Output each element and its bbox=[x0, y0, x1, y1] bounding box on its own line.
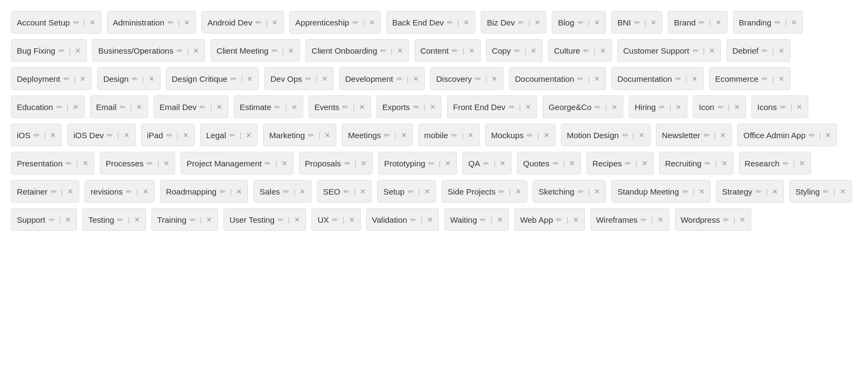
tag-remove-button[interactable]: ✕ bbox=[531, 47, 537, 55]
tag-remove-button[interactable]: ✕ bbox=[739, 216, 745, 224]
tag-edit-button[interactable]: ✏ bbox=[699, 18, 705, 27]
tag-remove-button[interactable]: ✕ bbox=[642, 159, 648, 167]
tag-edit-button[interactable]: ✏ bbox=[344, 159, 350, 167]
tag-remove-button[interactable]: ✕ bbox=[569, 159, 575, 167]
tag-edit-button[interactable]: ✏ bbox=[527, 131, 533, 139]
tag-remove-button[interactable]: ✕ bbox=[791, 18, 797, 27]
tag-edit-button[interactable]: ✏ bbox=[775, 18, 781, 27]
tag-edit-button[interactable]: ✏ bbox=[634, 18, 640, 27]
tag-edit-button[interactable]: ✏ bbox=[499, 188, 505, 196]
tag-edit-button[interactable]: ✏ bbox=[780, 103, 786, 111]
tag-edit-button[interactable]: ✏ bbox=[256, 18, 261, 27]
tag-remove-button[interactable]: ✕ bbox=[149, 75, 155, 83]
tag-edit-button[interactable]: ✏ bbox=[756, 188, 762, 196]
tag-edit-button[interactable]: ✏ bbox=[63, 75, 69, 83]
tag-edit-button[interactable]: ✏ bbox=[514, 47, 520, 55]
tag-remove-button[interactable]: ✕ bbox=[534, 18, 540, 27]
tag-remove-button[interactable]: ✕ bbox=[675, 103, 681, 111]
tag-remove-button[interactable]: ✕ bbox=[430, 103, 436, 111]
tag-remove-button[interactable]: ✕ bbox=[397, 47, 403, 55]
tag-edit-button[interactable]: ✏ bbox=[220, 188, 226, 196]
tag-remove-button[interactable]: ✕ bbox=[778, 47, 784, 55]
tag-edit-button[interactable]: ✏ bbox=[73, 18, 79, 27]
tag-edit-button[interactable]: ✏ bbox=[809, 131, 815, 139]
tag-remove-button[interactable]: ✕ bbox=[50, 131, 56, 139]
tag-remove-button[interactable]: ✕ bbox=[594, 75, 600, 83]
tag-edit-button[interactable]: ✏ bbox=[283, 188, 289, 196]
tag-edit-button[interactable]: ✏ bbox=[126, 188, 132, 196]
tag-remove-button[interactable]: ✕ bbox=[445, 159, 451, 167]
tag-edit-button[interactable]: ✏ bbox=[408, 188, 414, 196]
tag-remove-button[interactable]: ✕ bbox=[840, 188, 846, 196]
tag-remove-button[interactable]: ✕ bbox=[515, 188, 521, 196]
tag-remove-button[interactable]: ✕ bbox=[67, 188, 73, 196]
tag-edit-button[interactable]: ✏ bbox=[147, 159, 153, 167]
tag-edit-button[interactable]: ✏ bbox=[275, 103, 280, 111]
tag-remove-button[interactable]: ✕ bbox=[163, 159, 169, 167]
tag-edit-button[interactable]: ✏ bbox=[177, 47, 183, 55]
tag-edit-button[interactable]: ✏ bbox=[447, 18, 453, 27]
tag-edit-button[interactable]: ✏ bbox=[723, 216, 729, 224]
tag-remove-button[interactable]: ✕ bbox=[247, 75, 253, 83]
tag-edit-button[interactable]: ✏ bbox=[107, 131, 113, 139]
tag-edit-button[interactable]: ✏ bbox=[132, 75, 138, 83]
tag-remove-button[interactable]: ✕ bbox=[709, 47, 715, 55]
tag-remove-button[interactable]: ✕ bbox=[492, 75, 497, 83]
tag-edit-button[interactable]: ✏ bbox=[120, 103, 126, 111]
tag-edit-button[interactable]: ✏ bbox=[59, 47, 65, 55]
tag-remove-button[interactable]: ✕ bbox=[734, 103, 740, 111]
tag-remove-button[interactable]: ✕ bbox=[143, 188, 149, 196]
tag-remove-button[interactable]: ✕ bbox=[359, 103, 365, 111]
tag-edit-button[interactable]: ✏ bbox=[659, 103, 665, 111]
tag-remove-button[interactable]: ✕ bbox=[322, 75, 328, 83]
tag-remove-button[interactable]: ✕ bbox=[463, 18, 469, 27]
tag-edit-button[interactable]: ✏ bbox=[229, 131, 235, 139]
tag-remove-button[interactable]: ✕ bbox=[427, 216, 433, 224]
tag-remove-button[interactable]: ✕ bbox=[206, 216, 212, 224]
tag-remove-button[interactable]: ✕ bbox=[80, 75, 86, 83]
tag-remove-button[interactable]: ✕ bbox=[360, 188, 366, 196]
tag-remove-button[interactable]: ✕ bbox=[544, 131, 550, 139]
tag-remove-button[interactable]: ✕ bbox=[594, 188, 600, 196]
tag-edit-button[interactable]: ✏ bbox=[413, 103, 419, 111]
tag-edit-button[interactable]: ✏ bbox=[353, 18, 359, 27]
tag-remove-button[interactable]: ✕ bbox=[349, 216, 355, 224]
tag-edit-button[interactable]: ✏ bbox=[168, 18, 174, 27]
tag-edit-button[interactable]: ✏ bbox=[718, 103, 724, 111]
tag-remove-button[interactable]: ✕ bbox=[183, 131, 189, 139]
tag-edit-button[interactable]: ✏ bbox=[641, 216, 647, 224]
tag-edit-button[interactable]: ✏ bbox=[577, 75, 583, 83]
tag-edit-button[interactable]: ✏ bbox=[518, 18, 524, 27]
tag-edit-button[interactable]: ✏ bbox=[509, 103, 515, 111]
tag-remove-button[interactable]: ✕ bbox=[778, 75, 784, 83]
tag-remove-button[interactable]: ✕ bbox=[573, 216, 579, 224]
tag-edit-button[interactable]: ✏ bbox=[705, 159, 711, 167]
tag-edit-button[interactable]: ✏ bbox=[200, 103, 206, 111]
tag-remove-button[interactable]: ✕ bbox=[136, 103, 142, 111]
tag-edit-button[interactable]: ✏ bbox=[762, 75, 768, 83]
tag-edit-button[interactable]: ✏ bbox=[429, 159, 435, 167]
tag-edit-button[interactable]: ✏ bbox=[595, 103, 601, 111]
tag-remove-button[interactable]: ✕ bbox=[772, 188, 778, 196]
tag-remove-button[interactable]: ✕ bbox=[401, 131, 407, 139]
tag-edit-button[interactable]: ✏ bbox=[332, 216, 338, 224]
tag-remove-button[interactable]: ✕ bbox=[639, 131, 644, 139]
tag-edit-button[interactable]: ✏ bbox=[49, 216, 55, 224]
tag-edit-button[interactable]: ✏ bbox=[342, 103, 348, 111]
tag-remove-button[interactable]: ✕ bbox=[65, 216, 71, 224]
tag-remove-button[interactable]: ✕ bbox=[299, 188, 305, 196]
tag-edit-button[interactable]: ✏ bbox=[410, 216, 416, 224]
tag-remove-button[interactable]: ✕ bbox=[658, 216, 663, 224]
tag-edit-button[interactable]: ✏ bbox=[167, 131, 173, 139]
tag-edit-button[interactable]: ✏ bbox=[384, 131, 390, 139]
tag-remove-button[interactable]: ✕ bbox=[90, 18, 95, 27]
tag-edit-button[interactable]: ✏ bbox=[278, 216, 284, 224]
tag-remove-button[interactable]: ✕ bbox=[324, 131, 330, 139]
tag-remove-button[interactable]: ✕ bbox=[611, 103, 617, 111]
tag-edit-button[interactable]: ✏ bbox=[380, 47, 386, 55]
tag-edit-button[interactable]: ✏ bbox=[343, 188, 349, 196]
tag-edit-button[interactable]: ✏ bbox=[583, 47, 589, 55]
tag-edit-button[interactable]: ✏ bbox=[231, 75, 237, 83]
tag-edit-button[interactable]: ✏ bbox=[397, 75, 403, 83]
tag-edit-button[interactable]: ✏ bbox=[56, 103, 62, 111]
